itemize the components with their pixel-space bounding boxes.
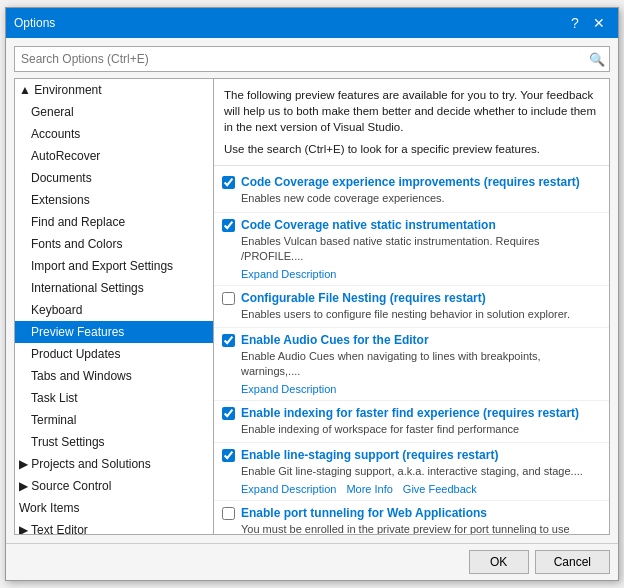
feature-links-code-coverage-native: Expand Description: [241, 268, 599, 280]
feature-header-indexing-find: Enable indexing for faster find experien…: [222, 406, 599, 420]
feature-checkbox-port-tunneling[interactable]: [222, 507, 235, 520]
tree-item-international[interactable]: International Settings: [15, 277, 213, 299]
feature-item-configurable-file-nesting: Configurable File Nesting (requires rest…: [214, 286, 609, 328]
ok-button[interactable]: OK: [469, 550, 529, 574]
feature-desc-code-coverage-native: Enables Vulcan based native static instr…: [241, 234, 599, 265]
tree-item-keyboard[interactable]: Keyboard: [15, 299, 213, 321]
feature-link-expand-description[interactable]: Expand Description: [241, 483, 336, 495]
tree-item-source-control[interactable]: ▶ Source Control: [15, 475, 213, 497]
feature-desc-configurable-file-nesting: Enables users to configure file nesting …: [241, 307, 599, 322]
feature-title-configurable-file-nesting[interactable]: Configurable File Nesting (requires rest…: [241, 291, 486, 305]
content-panel: The following preview features are avail…: [214, 78, 610, 535]
feature-title-code-coverage-improvements[interactable]: Code Coverage experience improvements (r…: [241, 175, 580, 189]
feature-checkbox-configurable-file-nesting[interactable]: [222, 292, 235, 305]
search-row: 🔍: [14, 46, 610, 72]
help-button[interactable]: ?: [564, 14, 586, 32]
tree-item-extensions[interactable]: Extensions: [15, 189, 213, 211]
feature-desc-code-coverage-improvements: Enables new code coverage experiences.: [241, 191, 599, 206]
feature-title-code-coverage-native[interactable]: Code Coverage native static instrumentat…: [241, 218, 496, 232]
title-bar-left: Options: [14, 16, 55, 30]
feature-title-indexing-find[interactable]: Enable indexing for faster find experien…: [241, 406, 579, 420]
feature-desc-line-staging: Enable Git line-staging support, a.k.a. …: [241, 464, 599, 479]
tree-item-terminal[interactable]: Terminal: [15, 409, 213, 431]
tree-item-preview-features[interactable]: Preview Features: [15, 321, 213, 343]
feature-link-give-feedback[interactable]: Give Feedback: [403, 483, 477, 495]
cancel-button[interactable]: Cancel: [535, 550, 610, 574]
tree-item-projects-solutions[interactable]: ▶ Projects and Solutions: [15, 453, 213, 475]
tree-item-task-list[interactable]: Task List: [15, 387, 213, 409]
dialog-body: 🔍 ▲ EnvironmentGeneralAccountsAutoRecove…: [6, 38, 618, 543]
feature-item-port-tunneling: Enable port tunneling for Web Applicatio…: [214, 501, 609, 535]
feature-item-code-coverage-native: Code Coverage native static instrumentat…: [214, 213, 609, 286]
feature-checkbox-indexing-find[interactable]: [222, 407, 235, 420]
features-list: Code Coverage experience improvements (r…: [214, 166, 609, 534]
feature-links-audio-cues: Expand Description: [241, 383, 599, 395]
search-icon: 🔍: [585, 47, 609, 71]
close-button[interactable]: ✕: [588, 14, 610, 32]
feature-item-code-coverage-improvements: Code Coverage experience improvements (r…: [214, 170, 609, 212]
tree-item-environment[interactable]: ▲ Environment: [15, 79, 213, 101]
feature-desc-port-tunneling: You must be enrolled in the private prev…: [241, 522, 599, 535]
feature-title-port-tunneling[interactable]: Enable port tunneling for Web Applicatio…: [241, 506, 487, 520]
feature-link-expand-description[interactable]: Expand Description: [241, 383, 336, 395]
title-bar-controls: ? ✕: [564, 14, 610, 32]
feature-checkbox-audio-cues[interactable]: [222, 334, 235, 347]
main-content: ▲ EnvironmentGeneralAccountsAutoRecoverD…: [14, 78, 610, 535]
feature-title-audio-cues[interactable]: Enable Audio Cues for the Editor: [241, 333, 429, 347]
feature-header-code-coverage-native: Code Coverage native static instrumentat…: [222, 218, 599, 232]
tree-item-trust-settings[interactable]: Trust Settings: [15, 431, 213, 453]
description-text-2: Use the search (Ctrl+E) to look for a sp…: [224, 141, 599, 157]
search-input[interactable]: [15, 52, 585, 66]
tree-item-accounts[interactable]: Accounts: [15, 123, 213, 145]
feature-checkbox-line-staging[interactable]: [222, 449, 235, 462]
dialog-footer: OK Cancel: [6, 543, 618, 580]
feature-checkbox-code-coverage-improvements[interactable]: [222, 176, 235, 189]
tree-item-import-export[interactable]: Import and Export Settings: [15, 255, 213, 277]
dialog-title: Options: [14, 16, 55, 30]
feature-item-indexing-find: Enable indexing for faster find experien…: [214, 401, 609, 443]
feature-desc-audio-cues: Enable Audio Cues when navigating to lin…: [241, 349, 599, 380]
tree-item-find-replace[interactable]: Find and Replace: [15, 211, 213, 233]
tree-item-general[interactable]: General: [15, 101, 213, 123]
options-dialog: Options ? ✕ 🔍 ▲ EnvironmentGeneralAccoun…: [5, 7, 619, 581]
feature-checkbox-code-coverage-native[interactable]: [222, 219, 235, 232]
feature-title-line-staging[interactable]: Enable line-staging support (requires re…: [241, 448, 498, 462]
feature-item-audio-cues: Enable Audio Cues for the EditorEnable A…: [214, 328, 609, 401]
feature-header-line-staging: Enable line-staging support (requires re…: [222, 448, 599, 462]
tree-item-tabs-windows[interactable]: Tabs and Windows: [15, 365, 213, 387]
tree-panel: ▲ EnvironmentGeneralAccountsAutoRecoverD…: [14, 78, 214, 535]
feature-header-configurable-file-nesting: Configurable File Nesting (requires rest…: [222, 291, 599, 305]
tree-item-fonts-colors[interactable]: Fonts and Colors: [15, 233, 213, 255]
tree-item-documents[interactable]: Documents: [15, 167, 213, 189]
description-text-1: The following preview features are avail…: [224, 89, 596, 133]
content-description: The following preview features are avail…: [214, 79, 609, 166]
feature-link-expand-description[interactable]: Expand Description: [241, 268, 336, 280]
feature-item-line-staging: Enable line-staging support (requires re…: [214, 443, 609, 500]
feature-link-more-info[interactable]: More Info: [346, 483, 392, 495]
feature-links-line-staging: Expand DescriptionMore InfoGive Feedback: [241, 483, 599, 495]
feature-header-port-tunneling: Enable port tunneling for Web Applicatio…: [222, 506, 599, 520]
tree-item-autorecover[interactable]: AutoRecover: [15, 145, 213, 167]
feature-header-audio-cues: Enable Audio Cues for the Editor: [222, 333, 599, 347]
tree-item-text-editor[interactable]: ▶ Text Editor: [15, 519, 213, 535]
feature-desc-indexing-find: Enable indexing of workspace for faster …: [241, 422, 599, 437]
title-bar: Options ? ✕: [6, 8, 618, 38]
tree-item-product-updates[interactable]: Product Updates: [15, 343, 213, 365]
feature-header-code-coverage-improvements: Code Coverage experience improvements (r…: [222, 175, 599, 189]
tree-item-work-items[interactable]: Work Items: [15, 497, 213, 519]
